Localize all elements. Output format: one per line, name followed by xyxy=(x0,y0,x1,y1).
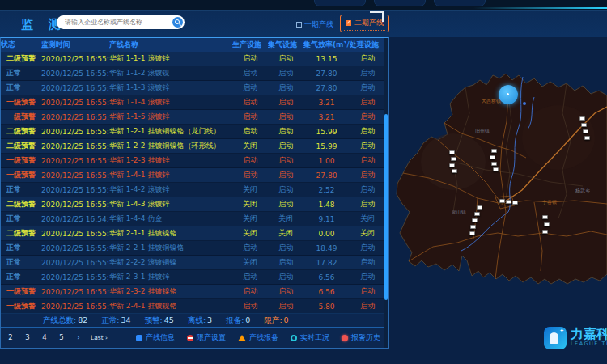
checkbox-checked-icon[interactable] xyxy=(346,20,351,26)
page-button[interactable]: 2 xyxy=(6,332,15,343)
map-site-marker[interactable] xyxy=(491,162,497,166)
line-name-cell: 华新 2-3-2 挂镀镍铬 xyxy=(109,286,232,297)
table-row[interactable]: 正常 2020/12/25 16:55:04 华新 2-2-2 滚镀铜镍 关闭 … xyxy=(1,256,388,270)
status-cell: 一级预警 xyxy=(1,155,41,166)
table-row[interactable]: 二级预警 2020/12/25 16:55:24 华新 1-2-2 挂镀铜镍铬（… xyxy=(1,139,388,154)
table-row[interactable]: 正常 2020/12/25 16:55:24 华新 1-4-2 滚镀锌 关闭 启… xyxy=(1,183,388,197)
table-row[interactable]: 一级预警 2020/12/25 16:55:24 华新 1-4-1 挂镀锌 启动… xyxy=(1,168,388,183)
treatment-facility-cell: 关闭 xyxy=(350,228,385,239)
table-row[interactable]: 二级预警 2020/12/25 16:55:04 华新 1-4-3 滚镀锌 关闭… xyxy=(1,197,388,212)
map-site-marker[interactable] xyxy=(449,150,455,154)
map-site-marker[interactable] xyxy=(449,163,455,167)
gas-collection-cell: 启动 xyxy=(268,53,304,64)
toolbar-button-label: 产线报备 xyxy=(249,332,278,343)
logo-name: 力嘉科技 xyxy=(571,327,607,341)
map-site-marker[interactable] xyxy=(470,225,476,229)
map-site-marker[interactable] xyxy=(474,212,480,216)
search-input[interactable] xyxy=(63,16,168,28)
gas-collection-cell: 启动 xyxy=(268,257,304,268)
time-cell: 2020/12/25 16:54:44 xyxy=(41,215,109,223)
map-lake xyxy=(523,102,526,105)
map-site-marker[interactable] xyxy=(499,199,505,203)
map-town-label: 岗山镇 xyxy=(452,209,466,216)
map-site-marker[interactable] xyxy=(469,231,475,235)
page-button[interactable]: Last › xyxy=(91,332,108,343)
map-site-marker[interactable] xyxy=(579,116,585,121)
map-site-marker[interactable] xyxy=(542,215,548,219)
map-cluster-circle-marker[interactable] xyxy=(499,85,518,104)
gas-collection-cell: 启动 xyxy=(268,68,304,78)
table-row[interactable]: 正常 2020/12/25 16:55:24 华新 1-1-3 滚镀锌 启动 启… xyxy=(1,81,388,95)
gas-collection-cell: 启动 xyxy=(268,286,304,297)
summary-label: 预警: xyxy=(145,315,163,324)
production-facility-cell: 启动 xyxy=(232,126,268,137)
line-name-cell: 华新 1-2-1 挂镀铜镍铬（龙门线） xyxy=(109,126,232,137)
table-row[interactable]: 一级预警 2020/12/25 16:55:24 华新 1-2-3 挂镀锌 启动… xyxy=(1,154,388,168)
production-facility-cell: 启动 xyxy=(232,243,268,253)
map-site-marker[interactable] xyxy=(584,136,590,140)
top-decor-strip xyxy=(0,0,607,11)
map-site-marker[interactable] xyxy=(544,222,550,226)
toolbar-button[interactable]: 实时工况 xyxy=(291,332,329,343)
treatment-facility-cell: 启动 xyxy=(350,286,385,297)
map-site-marker[interactable] xyxy=(542,230,548,234)
search-icon[interactable] xyxy=(172,17,183,28)
summary-item: 限产:0 xyxy=(264,315,288,326)
column-header: 监测时间 xyxy=(41,40,109,50)
map-site-marker[interactable] xyxy=(452,169,457,173)
map-site-marker[interactable] xyxy=(491,149,497,153)
page-button[interactable]: 3 xyxy=(23,332,32,343)
table-row[interactable]: 正常 2020/12/25 16:55:24 华新 2-3-1 挂镀锌 启动 启… xyxy=(1,270,388,285)
toolbar-button[interactable]: 报警历史 xyxy=(342,332,380,343)
line-name-cell: 华新 1-2-3 挂镀锌 xyxy=(109,155,232,166)
table-row[interactable]: 二级预警 2020/12/25 16:55:24 华新 1-1-1 滚镀锌 启动… xyxy=(1,52,388,66)
table-row[interactable]: 正常 2020/12/25 16:55:04 华新 2-2-1 挂镀铜镍铬 启动… xyxy=(1,241,388,256)
logo-subtitle: LEAGUE TECH xyxy=(571,341,607,347)
gas-efficiency-cell: 9.11 xyxy=(304,215,350,223)
map-town-label: 宁谷镇 xyxy=(542,199,557,206)
map-site-marker[interactable] xyxy=(490,155,495,159)
table-row[interactable]: 正常 2020/12/25 16:55:24 华新 1-1-2 滚镀镍 启动 启… xyxy=(1,66,388,81)
bottom-bar: 2345›Last › 产线信息限产设置产线报备实时工况报警历史 xyxy=(1,327,388,348)
production-facility-cell: 启动 xyxy=(232,68,268,78)
page-button[interactable]: 5 xyxy=(57,332,66,343)
gas-collection-cell: 启动 xyxy=(268,199,304,210)
checkbox-empty-icon[interactable] xyxy=(296,22,302,28)
line-name-cell: 华新 2-2-2 滚镀铜镍 xyxy=(109,257,232,268)
monitoring-dashboard: 监 测 一期产线 二期产线 状态监测时间产线名称生产设施集气设施集气效率(m³/… xyxy=(0,0,607,364)
page-button[interactable]: › xyxy=(74,332,83,343)
status-cell: 正常 xyxy=(1,68,41,78)
table-row[interactable]: 正常 2020/12/25 16:54:44 华新 1-4-4 仿金 关闭 关闭… xyxy=(1,212,388,226)
toolbar-button[interactable]: 限产设置 xyxy=(187,332,226,343)
map-site-marker[interactable] xyxy=(451,157,456,161)
region-map xyxy=(387,40,607,324)
summary-label: 限产: xyxy=(264,315,282,324)
toolbar-button-icon xyxy=(136,335,142,341)
line-name-cell: 华新 2-2-1 挂镀铜镍铬 xyxy=(109,243,232,253)
production-facility-cell: 启动 xyxy=(232,53,268,64)
map-site-marker[interactable] xyxy=(472,218,478,222)
map-site-marker[interactable] xyxy=(493,167,499,171)
map-site-marker[interactable] xyxy=(506,200,511,204)
toolbar-button[interactable]: 产线信息 xyxy=(136,332,175,343)
table-row[interactable]: 一级预警 2020/12/25 16:55:24 华新 2-3-2 挂镀镍铬 启… xyxy=(1,285,388,299)
toolbar-button-label: 限产设置 xyxy=(197,332,226,343)
table-row[interactable]: 一级预警 2020/12/25 16:55:24 华新 1-1-5 滚镀锌 启动… xyxy=(1,110,388,125)
table-row[interactable]: 一级预警 2020/12/25 16:55:24 华新 1-1-4 滚镀锌 启动… xyxy=(1,95,388,110)
phase1-checkbox[interactable]: 一期产线 xyxy=(296,19,333,30)
gas-efficiency-cell: 15.99 xyxy=(304,128,350,136)
table-row[interactable]: 二级预警 2020/12/25 16:55:24 华新 2-1-1 挂镀镍铬 关… xyxy=(1,226,388,241)
page-button[interactable]: 4 xyxy=(40,332,49,343)
toolbar-button[interactable]: 产线报备 xyxy=(238,332,278,343)
map-site-marker[interactable] xyxy=(581,123,587,127)
table-row[interactable]: 一级预警 2020/12/25 16:55:24 华新 2-4-1 挂镀镍铬 启… xyxy=(1,299,388,314)
production-facility-cell: 启动 xyxy=(232,83,268,93)
line-name-cell: 华新 1-1-4 滚镀锌 xyxy=(109,97,232,108)
map-site-marker[interactable] xyxy=(583,129,588,133)
map-site-marker[interactable] xyxy=(512,201,518,205)
table-row[interactable]: 二级预警 2020/12/25 16:55:04 华新 1-2-1 挂镀铜镍铬（… xyxy=(1,125,388,139)
status-cell: 正常 xyxy=(1,184,41,195)
search-box[interactable] xyxy=(57,15,185,29)
production-facility-cell: 关闭 xyxy=(232,214,268,224)
map-site-marker[interactable] xyxy=(477,205,482,210)
